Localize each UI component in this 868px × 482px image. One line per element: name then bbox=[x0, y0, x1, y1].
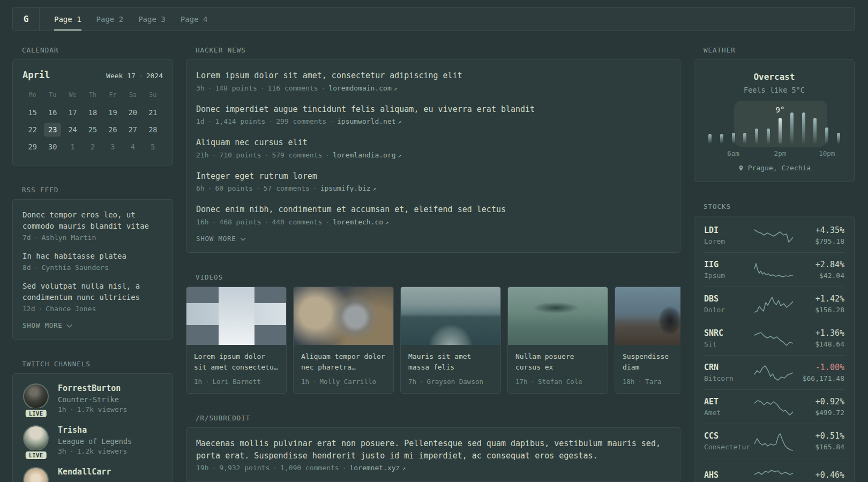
calendar-day[interactable]: 28 bbox=[143, 121, 163, 138]
stock-change-percent: +0.92% bbox=[793, 397, 844, 406]
twitch-channel-list: LIVEForrestBurtonCounter-Strike1h·1.7k v… bbox=[23, 383, 163, 482]
widget-label-stocks: STOCKS bbox=[704, 202, 855, 210]
rss-item[interactable]: Sed volutpat nulla nisl, a condimentum n… bbox=[23, 281, 163, 313]
separator-dot: · bbox=[208, 184, 212, 192]
twitch-channel-name: ForrestBurton bbox=[58, 383, 127, 393]
stock-row[interactable]: LDILorem+4.35%$795.18 bbox=[704, 219, 844, 252]
calendar-day-number: 24 bbox=[68, 125, 77, 134]
twitch-channel-row[interactable]: LIVETrishaLeague of Legends3h·1.2k viewe… bbox=[23, 425, 163, 455]
video-thumbnail bbox=[401, 287, 500, 345]
meta-text: Cynthia Saunders bbox=[41, 263, 108, 272]
stock-values: -1.00%$66,171.48 bbox=[793, 363, 844, 382]
stock-row[interactable]: DBSDolor+1.42%$156.28 bbox=[704, 287, 844, 321]
separator-dot: · bbox=[313, 184, 317, 192]
calendar-day-number: 25 bbox=[88, 125, 97, 134]
weather-bar bbox=[743, 133, 746, 144]
twitch-channel-game: Counter-Strike bbox=[58, 395, 127, 404]
stock-row[interactable]: CCSConsectetur+0.51%$165.84 bbox=[704, 424, 844, 458]
source-domain-link[interactable]: ipsumworld.net bbox=[337, 117, 396, 125]
tab-page-1[interactable]: Page 1 bbox=[54, 7, 81, 31]
source-domain-link[interactable]: loremnet.xyz bbox=[349, 464, 400, 472]
hackernews-item[interactable]: Integer eget rutrum lorem6h·60 points·57… bbox=[196, 170, 670, 193]
tab-page-4[interactable]: Page 4 bbox=[181, 7, 208, 31]
calendar-day[interactable]: 20 bbox=[123, 104, 143, 121]
widget-label-weather: WEATHER bbox=[704, 46, 855, 54]
widget-label-twitch: TWITCH CHANNELS bbox=[22, 360, 173, 368]
calendar-day[interactable]: 22 bbox=[23, 121, 42, 138]
app-logo[interactable]: G bbox=[13, 7, 40, 31]
calendar-day-number: 26 bbox=[108, 125, 117, 134]
hackernews-list: Lorem ipsum dolor sit amet, consectetur … bbox=[196, 70, 670, 226]
source-domain-link[interactable]: loremlandia.org bbox=[333, 151, 395, 159]
calendar-day[interactable]: 5 bbox=[143, 138, 163, 155]
weather-condition: Overcast bbox=[704, 72, 844, 82]
calendar-day[interactable]: 15 bbox=[23, 104, 42, 121]
calendar-day[interactable]: 25 bbox=[83, 121, 102, 138]
video-card[interactable]: Aliquam tempor dolor nec pharetra…1h·Mol… bbox=[293, 287, 394, 394]
left-column: CALENDAR April Week 17·2024 MoTuWeThFrSa… bbox=[12, 46, 173, 482]
stock-row[interactable]: IIGIpsum+2.84%$42.04 bbox=[704, 252, 844, 287]
calendar-day[interactable]: 27 bbox=[123, 121, 143, 138]
calendar-day[interactable]: 2 bbox=[83, 138, 102, 155]
channel-avatar bbox=[23, 425, 49, 451]
calendar-day[interactable]: 18 bbox=[83, 104, 102, 121]
calendar-day[interactable]: 16 bbox=[42, 104, 62, 121]
video-card[interactable]: Suspendisse diam18h·Tara bbox=[615, 287, 680, 394]
right-column: WEATHER Overcast Feels like 5°C 9°6am2pm… bbox=[694, 46, 855, 482]
hackernews-item-meta: 3h·148 points·116 comments·loremdomain.c… bbox=[196, 84, 670, 92]
video-card[interactable]: Mauris sit amet massa felis7h·Grayson Da… bbox=[400, 287, 501, 394]
source-domain-link[interactable]: ipsumify.biz bbox=[320, 184, 371, 192]
twitch-channel-row[interactable]: LIVEForrestBurtonCounter-Strike1h·1.7k v… bbox=[23, 383, 163, 413]
calendar-day[interactable]: 19 bbox=[103, 104, 123, 121]
hackernews-item[interactable]: Donec imperdiet augue tincidunt felis al… bbox=[196, 103, 670, 126]
separator-dot: · bbox=[70, 405, 74, 413]
stock-identity: LDILorem bbox=[704, 225, 754, 245]
stock-price: $165.84 bbox=[793, 443, 844, 451]
video-card[interactable]: Lorem ipsum dolor sit amet consectetu…1h… bbox=[186, 287, 287, 394]
video-card[interactable]: Nullam posuere cursus ex17h·Stefan Cole bbox=[507, 287, 608, 394]
rss-show-more-button[interactable]: SHOW MORE bbox=[23, 321, 72, 329]
calendar-day-number: 29 bbox=[28, 142, 37, 151]
meta-text: 57 comments bbox=[264, 184, 310, 192]
tab-page-3[interactable]: Page 3 bbox=[138, 7, 166, 31]
stock-row[interactable]: AHS+0.46% bbox=[704, 458, 844, 482]
calendar-day[interactable]: 24 bbox=[63, 121, 83, 138]
rss-list: Donec tempor eros leo, ut commodo mauris… bbox=[23, 209, 163, 313]
calendar-day[interactable]: 4 bbox=[123, 138, 143, 155]
calendar-day[interactable]: 17 bbox=[63, 104, 83, 121]
widget-label-rss: RSS FEED bbox=[22, 186, 173, 194]
source-domain-link[interactable]: loremtech.co bbox=[333, 218, 383, 226]
stocks-widget: STOCKS LDILorem+4.35%$795.18IIGIpsum+2.8… bbox=[694, 202, 855, 482]
hackernews-show-more-button[interactable]: SHOW MORE bbox=[196, 235, 246, 243]
hackernews-item[interactable]: Donec enim nibh, condimentum et accumsan… bbox=[196, 204, 670, 226]
stocks-list: LDILorem+4.35%$795.18IIGIpsum+2.84%$42.0… bbox=[704, 219, 844, 482]
source-domain-link[interactable]: loremdomain.com bbox=[328, 84, 391, 92]
separator-dot: · bbox=[34, 234, 39, 242]
calendar-day[interactable]: 1 bbox=[63, 138, 83, 155]
sparkline-chart bbox=[754, 432, 793, 451]
stock-symbol: IIG bbox=[704, 260, 754, 269]
tab-page-2[interactable]: Page 2 bbox=[96, 7, 124, 31]
external-link-icon: ↗ bbox=[402, 465, 406, 472]
hackernews-item[interactable]: Aliquam nec cursus elit21h·710 points·57… bbox=[196, 137, 670, 159]
twitch-widget: TWITCH CHANNELS LIVEForrestBurtonCounter… bbox=[12, 360, 173, 482]
calendar-day[interactable]: 21 bbox=[143, 104, 163, 121]
calendar-day[interactable]: 26 bbox=[103, 121, 123, 138]
stock-row[interactable]: AETAmet+0.92%$499.72 bbox=[704, 389, 844, 424]
calendar-day-selected[interactable]: 23 bbox=[42, 121, 62, 138]
stock-row[interactable]: CRNBitcorn-1.00%$66,171.48 bbox=[704, 355, 844, 389]
stock-row[interactable]: SNRCSit+1.36%$148.64 bbox=[704, 321, 844, 355]
subreddit-post-title: Maecenas mollis pulvinar erat non posuer… bbox=[196, 438, 670, 462]
rss-item[interactable]: In hac habitasse platea8d·Cynthia Saunde… bbox=[23, 251, 163, 272]
stock-identity: CCSConsectetur bbox=[704, 431, 754, 451]
calendar-day[interactable]: 30 bbox=[42, 138, 62, 155]
stock-name: Ipsum bbox=[704, 272, 754, 280]
calendar-day[interactable]: 29 bbox=[23, 138, 42, 155]
stock-symbol: LDI bbox=[704, 225, 754, 235]
rss-item[interactable]: Donec tempor eros leo, ut commodo mauris… bbox=[23, 209, 163, 242]
hackernews-item[interactable]: Lorem ipsum dolor sit amet, consectetur … bbox=[196, 70, 670, 92]
subreddit-post[interactable]: Maecenas mollis pulvinar erat non posuer… bbox=[196, 438, 670, 472]
weather-axis-label: 6am bbox=[727, 149, 739, 157]
twitch-channel-row[interactable]: LIVEKendallCarr bbox=[23, 467, 163, 482]
calendar-day[interactable]: 3 bbox=[103, 138, 123, 155]
